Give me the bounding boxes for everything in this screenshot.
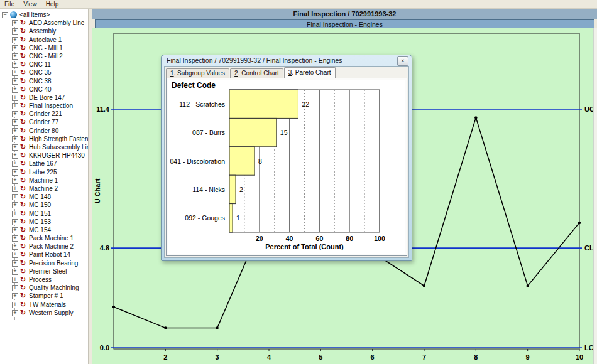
expand-icon[interactable]: + <box>12 285 18 291</box>
tree-item-de-bore-147[interactable]: +↻DE Bore 147 <box>0 94 88 102</box>
expand-icon[interactable]: + <box>12 95 18 101</box>
tree-item-cnc-35[interactable]: +↻CNC 35 <box>0 68 88 77</box>
tree-item-grinder-80[interactable]: +↻Grinder 80 <box>0 127 88 135</box>
tree-item-label: Premier Steel <box>29 268 67 275</box>
process-refresh-icon: ↻ <box>20 276 26 284</box>
tree-item-all-items[interactable]: −<all items> <box>0 11 88 19</box>
tree-item-lathe-167[interactable]: +↻Lathe 167 <box>0 159 88 168</box>
expand-icon[interactable]: + <box>12 103 18 109</box>
tree-item-final-inspection[interactable]: +↻Final Inspection <box>0 102 88 110</box>
x-tick-label: 6 <box>371 353 375 361</box>
expand-icon[interactable]: + <box>12 62 18 68</box>
expand-icon[interactable]: + <box>12 28 18 35</box>
pareto-x-tick-label: 60 <box>316 235 324 242</box>
tree-item-grinder-221[interactable]: +↻Grinder 221 <box>0 110 88 118</box>
tree-item-pack-machine-2[interactable]: +↻Pack Machine 2 <box>0 242 88 250</box>
tree-item-aeo-assembly-line[interactable]: +↻AEO Assembly Line <box>0 19 88 27</box>
tree-item-label: Western Supply <box>29 309 73 316</box>
expand-icon[interactable]: + <box>12 128 18 134</box>
process-refresh-icon: ↻ <box>20 159 26 168</box>
pareto-category-label: 112 - Scratches <box>179 100 225 108</box>
tree-item-cnc-mill-1[interactable]: +↻CNC - Mill 1 <box>0 44 88 52</box>
tree-item-machine-1[interactable]: +↻Machine 1 <box>0 176 88 185</box>
tree-item-mc-151[interactable]: +↻MC 151 <box>0 210 88 218</box>
tree-item-tw-materials[interactable]: +↻TW Materials <box>0 301 88 309</box>
tree-item-mc-148[interactable]: +↻MC 148 <box>0 193 88 201</box>
tree-item-lathe-225[interactable]: +↻Lathe 225 <box>0 168 88 176</box>
expand-icon[interactable]: + <box>12 78 18 85</box>
tree-item-label: <all items> <box>19 11 50 18</box>
expand-icon[interactable]: + <box>12 119 18 126</box>
expand-icon[interactable]: + <box>12 235 18 242</box>
tree-item-hub-subassembly-line[interactable]: +↻Hub Subassembly Line <box>0 143 88 151</box>
tree-item-label: DE Bore 147 <box>29 94 65 101</box>
expand-icon[interactable]: + <box>12 87 18 93</box>
data-point <box>164 326 167 329</box>
expand-icon[interactable]: + <box>12 227 18 233</box>
tree-item-machine-2[interactable]: +↻Machine 2 <box>0 185 88 193</box>
tree-item-label: Stamper # 1 <box>29 292 63 299</box>
expand-icon[interactable]: + <box>12 219 18 225</box>
expand-icon[interactable]: + <box>12 111 18 117</box>
expand-icon[interactable]: + <box>12 178 18 184</box>
y-tick-label: 4.8 <box>100 244 109 252</box>
expand-icon[interactable]: + <box>12 277 18 283</box>
tree-item-mc-153[interactable]: +↻MC 153 <box>0 218 88 226</box>
tree-item-autoclave-1[interactable]: +↻Autoclave 1 <box>0 36 88 44</box>
expand-icon[interactable]: + <box>12 252 18 258</box>
pareto-value-label: 1 <box>236 214 240 222</box>
tree-item-stamper-1[interactable]: +↻Stamper # 1 <box>0 292 88 300</box>
tree-item-mc-154[interactable]: +↻MC 154 <box>0 226 88 234</box>
tree-item-cnc-40[interactable]: +↻CNC 40 <box>0 85 88 94</box>
expand-icon[interactable]: + <box>12 53 18 60</box>
tab-strip: 1. Subgroup Values2. Control Chart3. Par… <box>166 68 336 78</box>
tree-item-cnc-11[interactable]: +↻CNC 11 <box>0 60 88 68</box>
expand-icon[interactable]: + <box>12 269 18 275</box>
pareto-value-label: 15 <box>280 129 288 136</box>
tree-item-grinder-77[interactable]: +↻Grinder 77 <box>0 118 88 126</box>
expand-icon[interactable]: + <box>12 302 18 308</box>
expand-icon[interactable]: + <box>12 186 18 192</box>
tree-item-assembly[interactable]: +↻Assembly <box>0 27 88 35</box>
tree-item-paint-robot-14[interactable]: +↻Paint Robot 14 <box>0 250 88 259</box>
pareto-category-label: 092 - Gouges <box>185 214 225 222</box>
expand-icon[interactable]: + <box>12 136 18 142</box>
pareto-x-tick-label: 40 <box>286 235 293 242</box>
expand-icon[interactable]: + <box>12 45 18 51</box>
expand-icon[interactable]: + <box>12 260 18 267</box>
tree-item-premier-steel[interactable]: +↻Premier Steel <box>0 267 88 276</box>
tree-item-cnc-mill-2[interactable]: +↻CNC - Mill 2 <box>0 52 88 60</box>
tree-item-cnc-38[interactable]: +↻CNC 38 <box>0 77 88 85</box>
tree-item-process[interactable]: +↻Process <box>0 276 88 284</box>
expand-icon[interactable]: + <box>12 194 18 200</box>
expand-icon[interactable]: + <box>12 153 18 159</box>
tree-item-label: Precision Bearing <box>29 260 78 267</box>
expand-icon[interactable]: + <box>12 70 18 76</box>
tab-subgroup-values[interactable]: 1. Subgroup Values <box>166 68 229 78</box>
tree-item-pack-machine-1[interactable]: +↻Pack Machine 1 <box>0 234 88 242</box>
y-axis-title: U Chart <box>94 178 101 203</box>
tab-pareto-chart[interactable]: 3. Pareto Chart <box>284 67 336 78</box>
expand-icon[interactable]: + <box>12 244 18 250</box>
menu-item-view[interactable]: View <box>19 1 41 8</box>
menu-item-file[interactable]: File <box>0 1 19 8</box>
tree-item-kkruger-hp4430[interactable]: +↻KKRUGER-HP4430 <box>0 151 88 159</box>
expand-icon[interactable]: + <box>12 20 18 26</box>
tree-item-precision-bearing[interactable]: +↻Precision Bearing <box>0 259 88 267</box>
collapse-icon[interactable]: − <box>2 12 8 18</box>
expand-icon[interactable]: + <box>12 37 18 43</box>
expand-icon[interactable]: + <box>12 211 18 217</box>
expand-icon[interactable]: + <box>12 293 18 299</box>
tab-control-chart[interactable]: 2. Control Chart <box>230 68 283 78</box>
close-icon[interactable]: ✕ <box>397 56 408 66</box>
expand-icon[interactable]: + <box>12 161 18 167</box>
tree-item-mc-150[interactable]: +↻MC 150 <box>0 201 88 209</box>
expand-icon[interactable]: + <box>12 202 18 208</box>
tree-item-quality-machining[interactable]: +↻Quality Machining <box>0 284 88 292</box>
menu-item-help[interactable]: Help <box>41 1 63 8</box>
expand-icon[interactable]: + <box>12 310 18 316</box>
expand-icon[interactable]: + <box>12 169 18 176</box>
tree-item-high-strength-fasteners[interactable]: +↻High Strength Fasteners <box>0 135 88 143</box>
expand-icon[interactable]: + <box>12 144 18 151</box>
tree-item-western-supply[interactable]: +↻Western Supply <box>0 309 88 317</box>
